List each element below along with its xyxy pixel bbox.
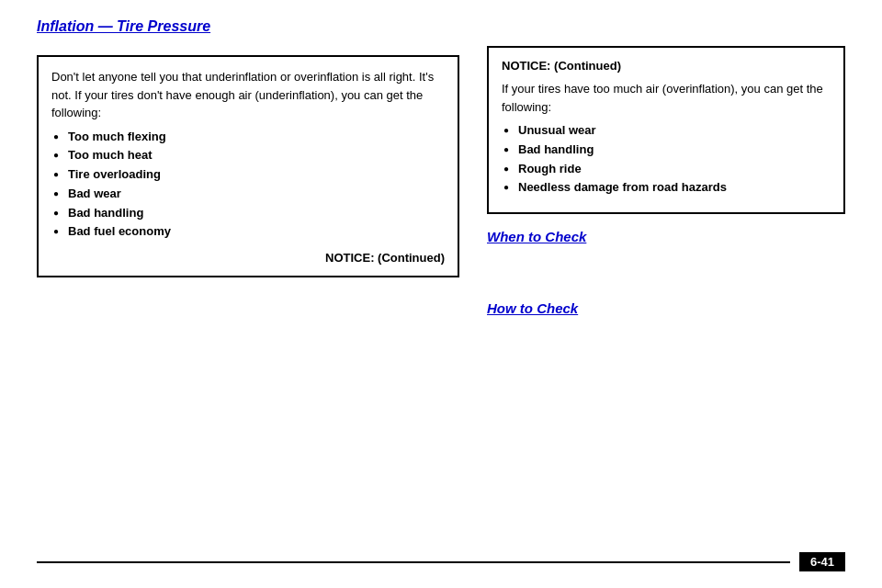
list-item: Bad wear	[51, 185, 445, 204]
list-item: Too much heat	[51, 146, 445, 165]
page-title: Inflation — Tire Pressure	[37, 18, 845, 35]
underinflation-intro-text: Don't let anyone tell you that underinfl…	[51, 68, 445, 122]
overinflation-intro-text: If your tires have too much air (overinf…	[502, 80, 831, 116]
bottom-bar: 6-41	[0, 552, 882, 571]
overinflation-notice-title: NOTICE: (Continued)	[502, 59, 831, 73]
list-item: Unusual wear	[502, 121, 831, 141]
bottom-line	[37, 561, 790, 563]
list-item: Rough ride	[502, 160, 831, 179]
page-number: 6-41	[799, 552, 845, 571]
list-item: Too much flexing	[51, 128, 445, 147]
left-column: Don't let anyone tell you that underinfl…	[37, 46, 459, 342]
list-item: Bad handling	[51, 204, 445, 223]
list-item: Bad fuel economy	[51, 222, 445, 242]
main-content: Don't let anyone tell you that underinfl…	[37, 46, 845, 342]
when-to-check-body-2	[487, 270, 845, 288]
overinflation-list: Unusual wear Bad handling Rough ride Nee…	[502, 121, 831, 198]
when-to-check-body	[487, 252, 845, 270]
how-to-check-body	[487, 323, 845, 342]
underinflation-list: Too much flexing Too much heat Tire over…	[51, 128, 445, 243]
overinflation-notice-box: NOTICE: (Continued) If your tires have t…	[487, 46, 845, 214]
when-to-check-heading: When to Check	[487, 229, 845, 244]
list-item: Bad handling	[502, 141, 831, 160]
right-column: NOTICE: (Continued) If your tires have t…	[487, 46, 845, 342]
how-to-check-heading: How to Check	[487, 300, 845, 316]
list-item: Tire overloading	[51, 165, 445, 185]
page-container: Inflation — Tire Pressure Don't let anyo…	[0, 0, 882, 588]
underinflation-notice-box: Don't let anyone tell you that underinfl…	[37, 55, 459, 277]
list-item: Needless damage from road hazards	[502, 178, 831, 198]
notice-continued-label: NOTICE: (Continued)	[51, 251, 445, 265]
